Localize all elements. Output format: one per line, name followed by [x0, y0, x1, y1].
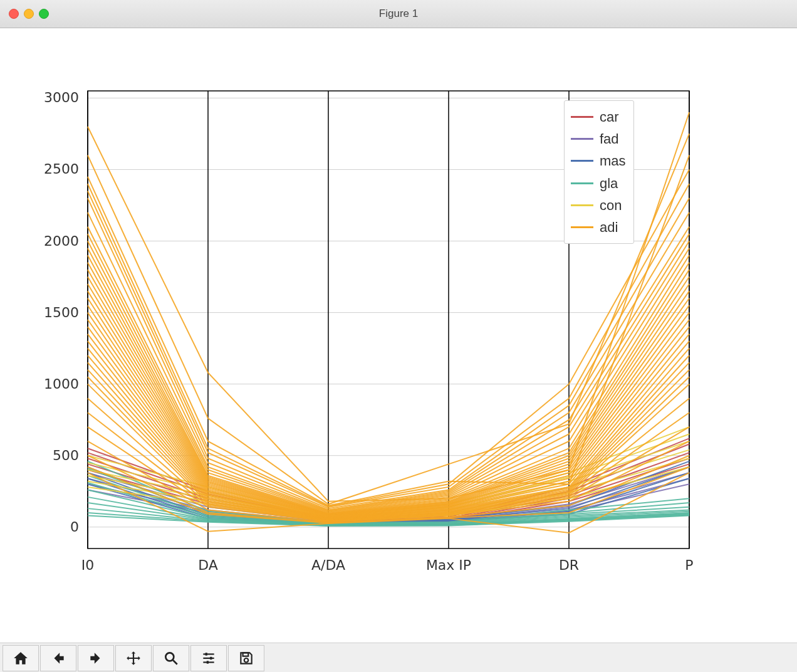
legend-row: mas [571, 150, 626, 172]
forward-button[interactable] [78, 645, 114, 671]
legend: carfadmasglaconadi [564, 100, 634, 244]
xtick-label: A/DA [311, 557, 345, 573]
legend-row: car [571, 106, 626, 128]
move-icon [125, 650, 142, 666]
svg-rect-22 [243, 653, 249, 656]
back-button[interactable] [40, 645, 76, 671]
legend-swatch [571, 182, 593, 184]
magnify-icon [163, 650, 179, 666]
window-title: Figure 1 [0, 8, 797, 20]
legend-row: gla [571, 172, 626, 194]
svg-point-23 [244, 658, 249, 663]
pan-button[interactable] [115, 645, 152, 671]
legend-label: fad [600, 128, 619, 150]
legend-swatch [571, 138, 593, 140]
legend-label: con [600, 194, 622, 216]
svg-line-15 [173, 660, 177, 664]
window-traffic-lights [9, 9, 49, 19]
svg-point-14 [165, 653, 174, 661]
legend-swatch [571, 160, 593, 162]
window-titlebar: Figure 1 [0, 0, 797, 28]
legend-swatch [571, 116, 593, 118]
xtick-label: I0 [81, 557, 95, 573]
arrow-right-icon [88, 650, 104, 666]
legend-label: mas [600, 150, 626, 172]
svg-rect-21 [207, 661, 209, 663]
zoom-button[interactable] [153, 645, 189, 671]
minimize-icon[interactable] [24, 9, 34, 19]
ytick-label: 1000 [44, 376, 79, 392]
legend-label: gla [600, 172, 618, 194]
legend-row: adi [571, 216, 626, 238]
matplotlib-toolbar [0, 643, 797, 672]
home-icon [13, 650, 29, 666]
ytick-label: 0 [70, 519, 79, 535]
sliders-icon [201, 650, 217, 666]
arrow-left-icon [50, 650, 66, 666]
ytick-label: 500 [53, 448, 79, 463]
ytick-label: 1500 [44, 305, 79, 320]
legend-label: adi [600, 216, 618, 238]
xtick-label: DA [198, 557, 218, 573]
xtick-label: DR [559, 557, 579, 573]
xtick-label: P [685, 557, 693, 573]
figure-canvas[interactable]: 050010001500200025003000I0DAA/DAMax IPDR… [0, 28, 797, 643]
legend-label: car [600, 106, 619, 128]
legend-row: fad [571, 128, 626, 150]
svg-rect-19 [206, 653, 207, 655]
legend-swatch [571, 204, 593, 206]
legend-row: con [571, 194, 626, 216]
ytick-label: 3000 [44, 90, 79, 105]
close-icon[interactable] [9, 9, 19, 19]
zoom-window-icon[interactable] [39, 9, 49, 19]
plot-svg: 050010001500200025003000I0DAA/DAMax IPDR… [0, 28, 797, 643]
svg-rect-20 [210, 657, 212, 659]
configure-subplots-button[interactable] [190, 645, 227, 671]
ytick-label: 2500 [44, 161, 79, 177]
xtick-label: Max IP [426, 557, 471, 573]
save-icon [238, 650, 254, 666]
save-button[interactable] [228, 645, 264, 671]
ytick-label: 2000 [44, 233, 79, 249]
home-button[interactable] [3, 645, 39, 671]
legend-swatch [571, 226, 593, 228]
